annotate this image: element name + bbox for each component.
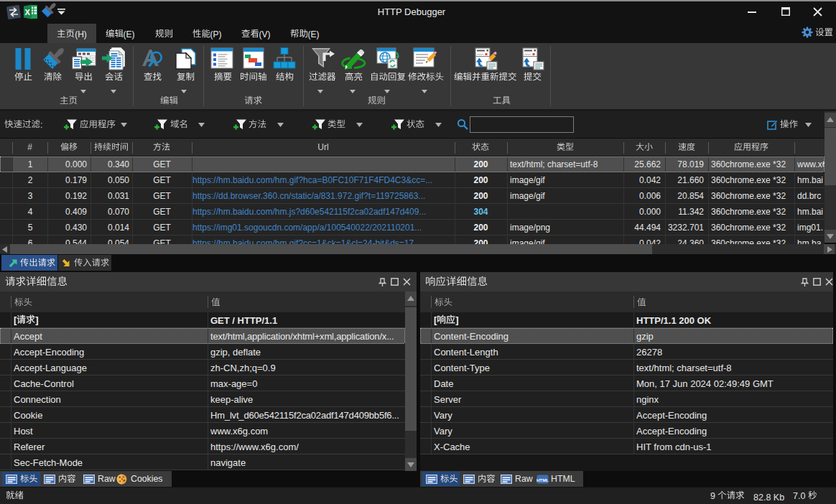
svg-text:HTML: HTML: [537, 477, 549, 482]
